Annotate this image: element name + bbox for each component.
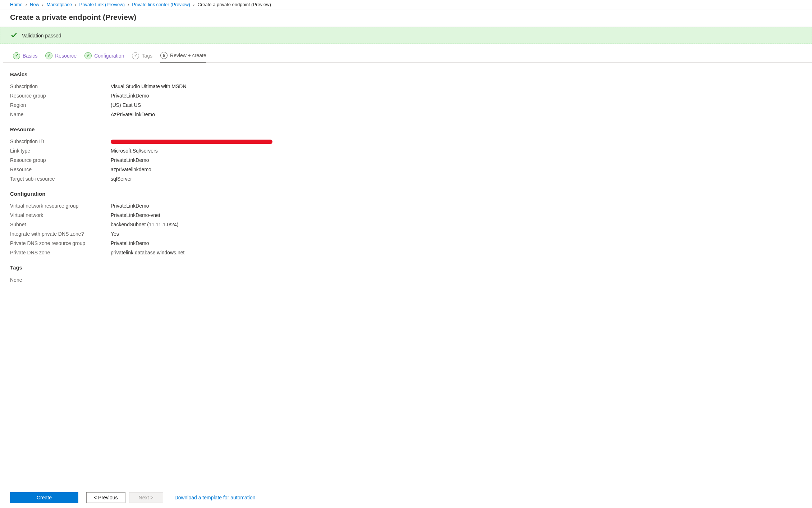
row-subscription-id: Subscription ID xyxy=(10,137,802,146)
step-number-icon: 5 xyxy=(160,52,168,59)
value: Visual Studio Ultimate with MSDN xyxy=(111,83,187,89)
validation-message: Validation passed xyxy=(22,33,61,38)
breadcrumb-home[interactable]: Home xyxy=(10,2,23,7)
breadcrumb-private-link[interactable]: Private Link (Preview) xyxy=(79,2,125,7)
row-subscription: Subscription Visual Studio Ultimate with… xyxy=(10,82,802,91)
page-title: Create a private endpoint (Preview) xyxy=(0,9,812,27)
row-region: Region (US) East US xyxy=(10,100,802,110)
label: Virtual network xyxy=(10,212,111,218)
label: Subnet xyxy=(10,222,111,227)
tab-label: Configuration xyxy=(94,53,124,59)
value: Microsoft.Sql/servers xyxy=(111,148,158,154)
chevron-right-icon: › xyxy=(26,2,27,7)
value: PrivateLinkDemo-vnet xyxy=(111,212,160,218)
value: azprivatelinkdemo xyxy=(111,167,151,172)
row-resource-group-2: Resource group PrivateLinkDemo xyxy=(10,155,802,165)
section-heading-configuration: Configuration xyxy=(10,191,802,197)
row-dns-zone: Private DNS zone privatelink.database.wi… xyxy=(10,248,802,257)
row-resource: Resource azprivatelinkdemo xyxy=(10,165,802,174)
label: Subscription xyxy=(10,83,111,89)
value: PrivateLinkDemo xyxy=(111,157,149,163)
label: Target sub-resource xyxy=(10,176,111,182)
label: Resource xyxy=(10,167,111,172)
value: AzPrivateLinkDemo xyxy=(111,112,155,117)
section-heading-tags: Tags xyxy=(10,264,802,271)
checkmark-icon: ✓ xyxy=(132,52,139,59)
value: PrivateLinkDemo xyxy=(111,240,149,246)
review-content: Basics Subscription Visual Studio Ultima… xyxy=(0,63,812,304)
label: Region xyxy=(10,102,111,108)
label: Private DNS zone resource group xyxy=(10,240,111,246)
checkmark-icon: ✓ xyxy=(84,52,92,59)
tab-label: Tags xyxy=(142,53,152,59)
value: PrivateLinkDemo xyxy=(111,93,149,99)
value: backendSubnet (11.11.1.0/24) xyxy=(111,222,178,227)
wizard-tabs: ✓ Basics ✓ Resource ✓ Configuration ✓ Ta… xyxy=(3,44,812,63)
checkmark-icon: ✓ xyxy=(45,52,52,59)
tab-basics[interactable]: ✓ Basics xyxy=(13,52,37,62)
section-heading-resource: Resource xyxy=(10,126,802,132)
row-vnet: Virtual network PrivateLinkDemo-vnet xyxy=(10,210,802,220)
value: PrivateLinkDemo xyxy=(111,203,149,209)
row-integrate-dns: Integrate with private DNS zone? Yes xyxy=(10,229,802,239)
label: Integrate with private DNS zone? xyxy=(10,231,111,237)
row-dns-zone-rg: Private DNS zone resource group PrivateL… xyxy=(10,239,802,248)
tab-tags[interactable]: ✓ Tags xyxy=(132,52,152,62)
value: privatelink.database.windows.net xyxy=(111,250,184,255)
tab-configuration[interactable]: ✓ Configuration xyxy=(84,52,124,62)
chevron-right-icon: › xyxy=(42,2,43,7)
value-redacted xyxy=(111,139,272,144)
checkmark-icon xyxy=(10,31,18,40)
tab-resource[interactable]: ✓ Resource xyxy=(45,52,77,62)
value: Yes xyxy=(111,231,119,237)
tab-review-create[interactable]: 5 Review + create xyxy=(160,52,206,63)
validation-banner: Validation passed xyxy=(0,27,812,44)
row-link-type: Link type Microsoft.Sql/servers xyxy=(10,146,802,155)
section-heading-basics: Basics xyxy=(10,71,802,77)
checkmark-icon: ✓ xyxy=(13,52,20,59)
tab-label: Review + create xyxy=(170,53,206,58)
breadcrumb-current: Create a private endpoint (Preview) xyxy=(198,2,271,7)
tab-label: Resource xyxy=(55,53,77,59)
row-target-sub-resource: Target sub-resource sqlServer xyxy=(10,174,802,183)
row-vnet-rg: Virtual network resource group PrivateLi… xyxy=(10,201,802,210)
label: Link type xyxy=(10,148,111,154)
breadcrumb-marketplace[interactable]: Marketplace xyxy=(46,2,72,7)
row-name: Name AzPrivateLinkDemo xyxy=(10,110,802,119)
breadcrumb-new[interactable]: New xyxy=(30,2,39,7)
chevron-right-icon: › xyxy=(75,2,76,7)
label: Virtual network resource group xyxy=(10,203,111,209)
label: Private DNS zone xyxy=(10,250,111,255)
chevron-right-icon: › xyxy=(128,2,129,7)
tags-none-label: None xyxy=(10,275,802,283)
row-subnet: Subnet backendSubnet (11.11.1.0/24) xyxy=(10,220,802,229)
value: (US) East US xyxy=(111,102,141,108)
label: Name xyxy=(10,112,111,117)
value: sqlServer xyxy=(111,176,132,182)
label: Resource group xyxy=(10,157,111,163)
tab-label: Basics xyxy=(23,53,37,59)
breadcrumb: Home › New › Marketplace › Private Link … xyxy=(0,0,812,9)
row-resource-group: Resource group PrivateLinkDemo xyxy=(10,91,802,100)
breadcrumb-private-link-center[interactable]: Private link center (Preview) xyxy=(132,2,190,7)
chevron-right-icon: › xyxy=(193,2,194,7)
label: Resource group xyxy=(10,93,111,99)
label: Subscription ID xyxy=(10,139,111,144)
